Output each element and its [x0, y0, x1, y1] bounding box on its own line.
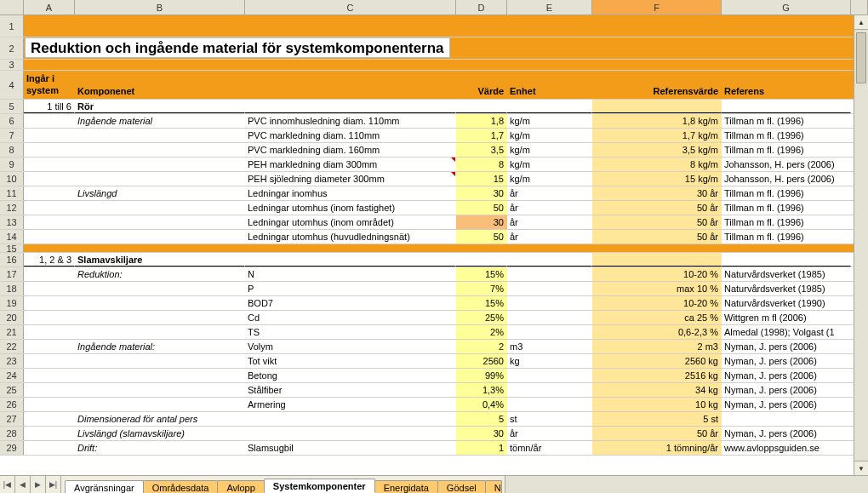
cell[interactable]	[75, 354, 245, 368]
cell[interactable]: Nyman, J. pers (2006)	[722, 340, 851, 353]
cell[interactable]: Almedal (1998); Volgast (1	[722, 325, 851, 339]
cell[interactable]	[24, 427, 75, 440]
row-header[interactable]: 6	[0, 114, 24, 128]
cell[interactable]: år	[507, 215, 592, 229]
cell[interactable]: 50 år	[592, 230, 722, 244]
row-header[interactable]: 7	[0, 129, 24, 142]
cell[interactable]: 1,7	[456, 129, 507, 142]
sheet-tab[interactable]: Gödsel	[437, 480, 486, 493]
cell[interactable]	[24, 143, 75, 157]
cell[interactable]	[507, 296, 592, 310]
cell[interactable]	[75, 398, 245, 411]
row-header[interactable]: 18	[0, 282, 24, 295]
cell[interactable]: st	[507, 412, 592, 426]
cell[interactable]: Ingående material:	[75, 340, 245, 353]
cell[interactable]: år	[507, 427, 592, 440]
cell[interactable]	[75, 143, 245, 157]
row-header[interactable]: 3	[0, 60, 24, 70]
row-header[interactable]: 15	[0, 244, 24, 252]
cell[interactable]: 30	[456, 186, 507, 200]
cell[interactable]	[24, 340, 75, 353]
cell[interactable]: 2560 kg	[592, 354, 722, 368]
tab-nav-next[interactable]: ▶	[31, 476, 46, 493]
row-header[interactable]: 2	[0, 37, 24, 59]
cell[interactable]	[24, 172, 75, 186]
cell[interactable]: 1,7 kg/m	[592, 129, 722, 142]
cell[interactable]: år	[507, 201, 592, 215]
cell[interactable]	[75, 282, 245, 295]
cell[interactable]	[722, 253, 851, 267]
cell[interactable]: m3	[507, 340, 592, 353]
cell[interactable]: år	[507, 230, 592, 244]
col-header-extra[interactable]	[851, 0, 868, 14]
cell[interactable]: 50 år	[592, 215, 722, 229]
cell[interactable]: 10 kg	[592, 398, 722, 411]
cell[interactable]	[24, 282, 75, 295]
vertical-scrollbar[interactable]: ▲ ▼	[854, 15, 868, 475]
tab-nav-prev[interactable]: ◀	[15, 476, 31, 493]
cell[interactable]: 3,5 kg/m	[592, 143, 722, 157]
cell[interactable]: Nyman, J. pers (2006)	[722, 383, 851, 397]
scroll-thumb[interactable]	[856, 32, 866, 83]
cell[interactable]: 50 år	[592, 201, 722, 215]
cell[interactable]	[75, 311, 245, 324]
cell[interactable]	[24, 383, 75, 397]
cell[interactable]	[722, 412, 851, 426]
cell[interactable]: Tot vikt	[245, 354, 456, 368]
col-header-E[interactable]: E	[507, 0, 592, 14]
cell[interactable]: Rör	[75, 100, 245, 113]
row-header[interactable]: 10	[0, 172, 24, 186]
cell[interactable]: PVC markledning diam. 160mm	[245, 143, 456, 157]
cell[interactable]: Armering	[245, 398, 456, 411]
cell[interactable]	[24, 230, 75, 244]
cell[interactable]: 30 år	[592, 186, 722, 200]
cell[interactable]: BOD7	[245, 296, 456, 310]
cell[interactable]	[592, 253, 722, 267]
row-header[interactable]: 12	[0, 201, 24, 215]
cell[interactable]: 1 tömning/år	[592, 441, 722, 455]
cell[interactable]: Tillman m fl. (1996)	[722, 129, 851, 142]
cell[interactable]: Volym	[245, 340, 456, 353]
row-header[interactable]: 4	[0, 71, 24, 99]
cell[interactable]: ca 25 %	[592, 311, 722, 324]
cell[interactable]: P	[245, 282, 456, 295]
cell[interactable]	[75, 201, 245, 215]
tab-scroll-area[interactable]	[505, 476, 868, 493]
cell[interactable]: Slamsugbil	[245, 441, 456, 455]
row-header[interactable]: 24	[0, 369, 24, 382]
cell[interactable]: Wittgren m fl (2006)	[722, 311, 851, 324]
cell[interactable]	[245, 253, 456, 267]
cell[interactable]: 99%	[456, 369, 507, 382]
row-header[interactable]: 5	[0, 100, 24, 113]
cell[interactable]: Dimensionerad för antal pers	[75, 412, 245, 426]
cell[interactable]	[245, 412, 456, 426]
cell[interactable]: Nyman, J. pers (2006)	[722, 354, 851, 368]
cell[interactable]	[24, 114, 75, 128]
cell[interactable]: kg/m	[507, 158, 592, 171]
cell[interactable]: 30	[456, 427, 507, 440]
cell[interactable]	[24, 129, 75, 142]
cell[interactable]	[507, 267, 592, 281]
cell[interactable]	[507, 398, 592, 411]
cell[interactable]	[507, 100, 592, 113]
cell[interactable]: www.avloppsguiden.se	[722, 441, 851, 455]
cell[interactable]	[592, 100, 722, 113]
cell[interactable]: 0,6-2,3 %	[592, 325, 722, 339]
cell[interactable]: Betong	[245, 369, 456, 382]
cell[interactable]: Tillman m fl. (1996)	[722, 186, 851, 200]
cell[interactable]: kg/m	[507, 172, 592, 186]
cell[interactable]: år	[507, 186, 592, 200]
cell[interactable]: 1, 2 & 3	[24, 253, 75, 267]
cell[interactable]: 7%	[456, 282, 507, 295]
row-header[interactable]: 13	[0, 215, 24, 229]
cell[interactable]	[507, 369, 592, 382]
cell[interactable]: 10-20 %	[592, 296, 722, 310]
cell[interactable]: 15%	[456, 267, 507, 281]
cell[interactable]: Johansson, H. pers (2006)	[722, 158, 851, 171]
cell[interactable]: 1,8	[456, 114, 507, 128]
cell[interactable]	[75, 325, 245, 339]
cell[interactable]: Drift:	[75, 441, 245, 455]
cell[interactable]: Livslängd	[75, 186, 245, 200]
row-header[interactable]: 25	[0, 383, 24, 397]
cell[interactable]	[24, 296, 75, 310]
